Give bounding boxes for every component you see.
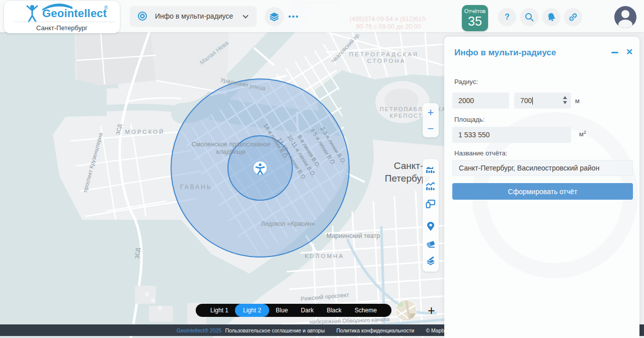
reports-badge-count: 35: [462, 14, 488, 29]
avatar-head: [621, 10, 629, 18]
area-input[interactable]: 1 533 550: [452, 127, 571, 143]
svg-text:ГАВАНЬ: ГАВАНЬ: [180, 184, 212, 191]
area-report-icon[interactable]: [426, 164, 436, 175]
map-tools-toolbar: [423, 159, 439, 272]
chart-report-icon[interactable]: [426, 182, 436, 192]
style-option-scheme[interactable]: Scheme: [355, 307, 377, 314]
svg-text:Мариинский театр: Мариинский театр: [327, 232, 380, 239]
svg-text:ПЕТРОПАВЛОВСКАЯ: ПЕТРОПАВЛОВСКАЯ: [380, 106, 451, 112]
footer-privacy-link[interactable]: Политика конфиденциальности: [337, 327, 415, 333]
search-button[interactable]: [520, 8, 538, 26]
svg-text:КОЛОМНА: КОЛОМНА: [305, 253, 344, 259]
search-icon: [524, 12, 534, 22]
share-link-button[interactable]: [564, 8, 582, 26]
svg-text:ПЕТРОГРАДСКАЯ: ПЕТРОГРАДСКАЯ: [349, 51, 419, 57]
svg-text:СТОРОНА: СТОРОНА: [367, 58, 406, 64]
chevron-down-icon: [243, 13, 248, 18]
more-options-button[interactable]: •••: [288, 12, 299, 21]
svg-text:КРЕПОСТЬ: КРЕПОСТЬ: [389, 113, 427, 119]
multi-radius-panel: Инфо в мульти-радиусе ✕ Радиус: 2000 700…: [444, 37, 639, 338]
link-icon: [568, 12, 578, 22]
svg-text:МОРСКОЙ: МОРСКОЙ: [125, 129, 165, 135]
panel-close-button[interactable]: ✕: [626, 47, 633, 57]
text-caret: [532, 97, 533, 105]
radius-unit: м: [575, 97, 580, 105]
report-name-label: Название отчёта:: [454, 149, 507, 157]
logo-card[interactable]: Geointellect® Санкт-Петербург: [4, 1, 120, 33]
style-option-light2[interactable]: Light 2: [235, 304, 269, 317]
svg-text:Санкт-: Санкт-: [394, 160, 424, 171]
reports-badge[interactable]: Отчётов 35: [462, 5, 488, 31]
app-screen: Малая Нева малая Невка Чкаловский пр. ПЕ…: [0, 0, 644, 338]
radius-input-2[interactable]: 700: [514, 93, 571, 109]
footer-brand: Geointellect® 2025: [177, 327, 221, 333]
eraser-icon[interactable]: [426, 238, 436, 248]
reports-badge-label: Отчётов: [462, 8, 488, 14]
panel-title: Инфо в мульти-радиусе: [454, 48, 556, 58]
layers-icon: [269, 11, 280, 22]
panel-minimize-button[interactable]: [611, 52, 618, 53]
help-button[interactable]: ?: [498, 8, 516, 26]
zoom-toolbar: + −: [423, 103, 439, 137]
multi-radius-icon: [137, 11, 148, 22]
svg-text:Ледокол «Красин»: Ледокол «Красин»: [261, 220, 314, 227]
zoom-out-button[interactable]: −: [423, 122, 439, 135]
svg-text:кладбище: кладбище: [216, 148, 246, 155]
location-pin-icon[interactable]: [426, 221, 436, 231]
number-spinner[interactable]: [563, 96, 567, 104]
svg-text:ЗСД: ЗСД: [134, 247, 141, 259]
geointellect-logo-person-icon: [25, 4, 39, 23]
notifications-button[interactable]: [542, 8, 560, 26]
phone-watermark: (495)374-09-54 и (812)610- 90-76 с 09:00…: [346, 16, 431, 31]
style-option-blue[interactable]: Blue: [276, 307, 288, 314]
style-option-dark[interactable]: Dark: [301, 307, 313, 314]
top-header: (495)374-09-54 и (812)610- 90-76 с 09:00…: [0, 0, 644, 32]
style-thumbnail[interactable]: [395, 300, 417, 321]
spinner-up-icon[interactable]: [563, 96, 567, 99]
style-option-light1[interactable]: Light 1: [210, 307, 228, 314]
brand-city: Санкт-Петербург: [4, 24, 120, 32]
style-option-black[interactable]: Black: [327, 307, 341, 314]
map-add-button[interactable]: +: [428, 303, 435, 318]
brand-name: Geointellect: [42, 7, 107, 20]
area-unit: м2: [579, 130, 586, 138]
report-name-input[interactable]: Санкт-Петербург, Василеостровский район: [452, 160, 633, 176]
bell-icon: [546, 12, 556, 22]
center-marker[interactable]: [253, 161, 267, 175]
map-style-switcher: Light 1 Light 2 Blue Dark Black Scheme: [196, 304, 391, 317]
brand-reg: ®: [104, 5, 108, 11]
spinner-down-icon[interactable]: [563, 101, 567, 104]
layers-edit-icon[interactable]: [426, 256, 436, 266]
svg-text:Смоленское православное: Смоленское православное: [192, 141, 271, 148]
area-label: Площадь:: [454, 116, 485, 123]
devices-icon[interactable]: [426, 199, 436, 209]
user-avatar[interactable]: [614, 6, 636, 28]
avatar-body: [618, 20, 632, 28]
tool-dropdown[interactable]: Инфо в мульти-радиусе: [130, 6, 257, 26]
footer-terms-link[interactable]: Пользовательское соглашение и авторы: [225, 327, 325, 333]
logo-divider: [14, 22, 115, 22]
zoom-in-button[interactable]: +: [423, 106, 439, 119]
layers-button[interactable]: [265, 7, 284, 26]
radius-input-1[interactable]: 2000: [452, 93, 509, 109]
generate-report-button[interactable]: Сформировать отчёт: [452, 183, 633, 200]
radius-label: Радиус:: [454, 78, 478, 86]
tool-dropdown-label: Инфо в мульти-радиусе: [155, 12, 233, 20]
